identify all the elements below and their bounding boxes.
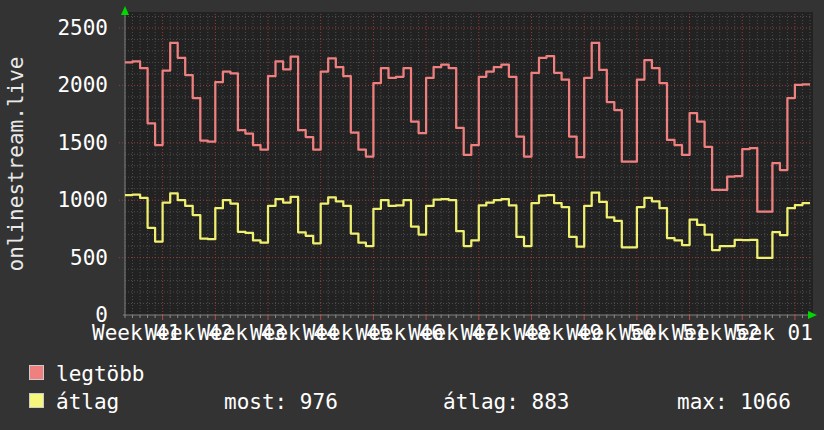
y-axis-label: 2000 [38, 73, 108, 97]
legend-label-atlag: átlag [56, 390, 119, 414]
x-axis-label: Week 01 [724, 321, 813, 345]
y-axis-label: 2500 [38, 16, 108, 40]
y-axis-label: 1000 [38, 188, 108, 212]
y-axis-arrow [121, 6, 129, 15]
legend-swatch-legtobb [29, 365, 44, 380]
y-axis-label: 1500 [38, 131, 108, 155]
stat-max: max: 1066 [677, 390, 791, 414]
legend-label-legtobb: legtöbb [56, 362, 145, 386]
plot-background [125, 12, 813, 315]
legend-row-legtobb [29, 365, 44, 385]
legend-row-atlag [29, 393, 44, 413]
stat-most: most: 976 [224, 390, 338, 414]
graph-title: onlinestream.live [4, 54, 28, 274]
legend-swatch-atlag [29, 393, 44, 408]
stat-atlag: átlag: 883 [443, 390, 569, 414]
y-axis-label: 500 [38, 246, 108, 270]
